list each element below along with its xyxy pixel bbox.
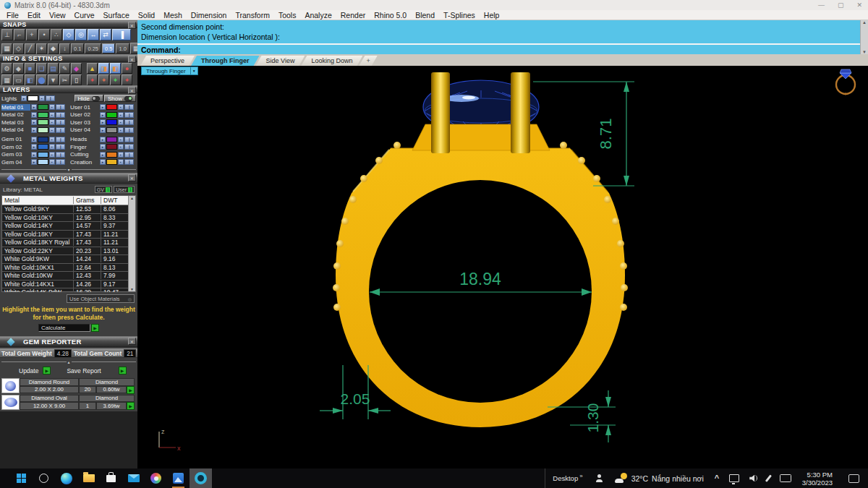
- metal-row-white-gold-10kx1[interactable]: White Gold:10KX112.648.13: [2, 264, 135, 273]
- metal-row-yellow-gold-18ky-royal[interactable]: Yellow Gold:18KY Royal17.4311.21: [2, 239, 135, 247]
- layer-visibility-button[interactable]: ❙: [56, 144, 65, 150]
- layer-color-swatch[interactable]: [38, 112, 48, 118]
- menu-edit[interactable]: Edit: [23, 11, 45, 20]
- layer-name[interactable]: User 01: [70, 104, 99, 111]
- layer-visibility-button[interactable]: ❙: [56, 119, 65, 125]
- taskbar-app-mail[interactable]: [122, 468, 145, 488]
- layer-name[interactable]: Creation: [70, 159, 99, 166]
- calculate-run-button[interactable]: ▶: [91, 324, 99, 332]
- hide-button[interactable]: Hide: [75, 95, 103, 102]
- layer-visibility-button[interactable]: ❙: [56, 159, 65, 165]
- layers-panel-slider[interactable]: ▾: [1, 167, 136, 172]
- layer-color-swatch[interactable]: [38, 119, 48, 125]
- snap-button[interactable]: +: [26, 29, 38, 40]
- layer-expand-button[interactable]: ▸: [31, 152, 37, 158]
- menu-transform[interactable]: Transform: [231, 11, 273, 20]
- snap-size-0-25[interactable]: 0.25: [85, 43, 101, 53]
- taskbar-app-photos[interactable]: [167, 468, 190, 488]
- snap-button[interactable]: ⌐: [14, 29, 25, 40]
- layer-color-swatch[interactable]: [38, 104, 48, 110]
- info-settings-panel-header[interactable]: INFO & SETTINGS✕: [0, 54, 137, 62]
- calculate-field[interactable]: Calculate: [38, 324, 90, 332]
- update-button[interactable]: ▶: [43, 367, 51, 374]
- snap-grid-button[interactable]: ▦: [130, 43, 137, 54]
- layer-visibility-button[interactable]: ❙: [56, 104, 65, 110]
- info-tool-button[interactable]: ▤: [48, 63, 59, 74]
- command-prompt-input[interactable]: Command:: [137, 45, 868, 54]
- metal-row-white-gold-9kw[interactable]: White Gold:9KW14.249.16: [2, 255, 135, 264]
- taskbar-app-edge[interactable]: [55, 468, 77, 488]
- layer-color-swatch[interactable]: [38, 159, 48, 165]
- layer-lock-button[interactable]: ▪: [118, 144, 124, 150]
- info-tool-button[interactable]: ▯: [71, 74, 82, 85]
- layer-color-swatch[interactable]: [106, 119, 117, 125]
- snap-button[interactable]: ✶: [36, 43, 47, 54]
- layer-visibility-button[interactable]: ❙: [124, 159, 134, 165]
- column-header-grams[interactable]: Grams: [74, 197, 101, 204]
- user-toggle-button[interactable]: User❙: [114, 186, 135, 193]
- info-tool-button[interactable]: ▼: [48, 74, 59, 85]
- gem-detail-button[interactable]: ▶: [127, 402, 135, 410]
- menu-surface[interactable]: Surface: [99, 11, 134, 20]
- info-tool-button[interactable]: ■: [25, 63, 35, 74]
- close-icon[interactable]: ✕: [128, 338, 136, 345]
- pen-icon[interactable]: [767, 474, 770, 482]
- view-orientation-ring-icon[interactable]: [836, 69, 855, 95]
- command-scrollbar[interactable]: ▲▼: [860, 20, 868, 54]
- close-icon[interactable]: ✕: [128, 87, 136, 94]
- layer-name[interactable]: Cutting: [70, 151, 99, 158]
- snap-button[interactable]: ◎: [75, 29, 87, 40]
- layer-name[interactable]: Metal 02: [1, 111, 30, 118]
- metal-row-yellow-gold-14ky[interactable]: Yellow Gold:14KY14.579.37: [2, 222, 135, 231]
- column-header-metal[interactable]: Metal: [2, 197, 74, 204]
- layer-name[interactable]: Gem 02: [1, 144, 30, 150]
- layer-name[interactable]: Metal 03: [1, 119, 30, 126]
- menu-help[interactable]: Help: [480, 11, 504, 20]
- layer-visibility-button[interactable]: ❙: [124, 137, 134, 142]
- people-icon[interactable]: [595, 474, 604, 482]
- layer-lock-button[interactable]: ▪: [118, 137, 124, 142]
- layer-expand-button[interactable]: ▸: [100, 159, 106, 165]
- metal-row-yellow-gold-10ky[interactable]: Yellow Gold:10KY12.958.33: [2, 214, 135, 223]
- gem-row-diamond-oval[interactable]: Diamond OvalDiamond12.00 X 9.0013.69tw▶: [1, 395, 137, 411]
- layer-lock-button[interactable]: ▪: [118, 112, 124, 118]
- info-tool-button[interactable]: ✦: [87, 74, 98, 85]
- layer-visibility-button[interactable]: ❙: [56, 137, 65, 142]
- metal-row-yellow-gold-9ky[interactable]: Yellow Gold:9KY12.538.06: [2, 205, 135, 214]
- layer-color-swatch[interactable]: [106, 137, 117, 142]
- info-tool-button[interactable]: ✂: [59, 74, 70, 85]
- menu-curve[interactable]: Curve: [70, 11, 99, 20]
- layer-color-swatch[interactable]: [106, 152, 117, 158]
- layer-visibility-button[interactable]: ❙: [124, 144, 134, 150]
- menu-tools[interactable]: Tools: [274, 11, 301, 20]
- menu-mesh[interactable]: Mesh: [159, 11, 187, 20]
- layer-name[interactable]: Finger: [70, 144, 99, 150]
- layer-color-swatch[interactable]: [38, 127, 48, 133]
- notification-center-icon[interactable]: [848, 474, 859, 483]
- layer-lock-button[interactable]: ▪: [49, 144, 55, 150]
- snap-button[interactable]: ◇: [13, 43, 24, 54]
- gem-detail-button[interactable]: ▶: [127, 386, 135, 394]
- layer-expand-button[interactable]: ▸: [100, 104, 106, 110]
- menu-rhino-5-0[interactable]: Rhino 5.0: [370, 11, 411, 20]
- layer-expand-button[interactable]: ▸: [31, 119, 37, 125]
- info-tool-button[interactable]: ❏: [36, 63, 47, 74]
- layer-name[interactable]: User 02: [70, 111, 99, 118]
- save-report-button[interactable]: ▶: [119, 367, 127, 374]
- desktop-toolbar[interactable]: Desktop »: [545, 468, 590, 488]
- layer-visibility-button[interactable]: ❙: [56, 152, 65, 158]
- menu-analyze[interactable]: Analyze: [300, 11, 336, 20]
- layer-color-swatch[interactable]: [106, 112, 117, 118]
- view-tab-side-view[interactable]: Side View: [256, 56, 305, 66]
- gv-toggle-button[interactable]: GV❙: [95, 186, 112, 193]
- menu-dimension[interactable]: Dimension: [187, 11, 231, 20]
- layer-name[interactable]: Gem 01: [1, 136, 30, 142]
- info-tool-button[interactable]: ▭: [13, 74, 24, 85]
- info-tool-button[interactable]: ◧: [25, 74, 35, 85]
- menu-render[interactable]: Render: [336, 11, 370, 20]
- gem-reporter-panel-header[interactable]: GEM REPORTER✕: [0, 336, 137, 347]
- layer-lock-button[interactable]: ▪: [49, 137, 55, 142]
- taskbar-app-store[interactable]: [100, 468, 122, 488]
- info-tool-button[interactable]: ✦: [110, 74, 121, 85]
- gem-row-diamond-round[interactable]: Diamond RoundDiamond2.00 X 2.00200.60tw▶: [1, 378, 137, 394]
